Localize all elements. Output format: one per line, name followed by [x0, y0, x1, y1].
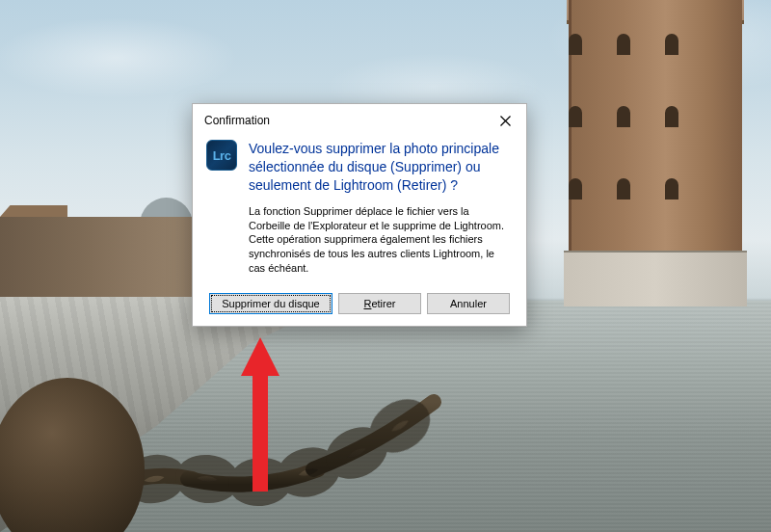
tower-base — [564, 251, 747, 306]
delete-from-disk-label: Supprimer du disque — [222, 298, 320, 309]
confirmation-dialog: Confirmation Lrc Voulez-vous supprimer l… — [192, 103, 527, 327]
cancel-button[interactable]: Annuler — [427, 293, 510, 314]
dialog-body: Lrc Voulez-vous supprimer la photo princ… — [193, 136, 526, 287]
dialog-content: Voulez-vous supprimer la photo principal… — [249, 140, 513, 276]
cancel-label: Annuler — [450, 298, 487, 309]
dialog-title: Confirmation — [204, 114, 270, 127]
close-button[interactable] — [492, 111, 518, 130]
left-buildings — [0, 217, 198, 308]
tower-windows — [559, 29, 694, 251]
dialog-titlebar: Confirmation — [193, 104, 526, 136]
dialog-button-row: Supprimer du disque Retirer Annuler — [193, 287, 526, 326]
remove-button[interactable]: Retirer — [338, 293, 421, 314]
lightroom-classic-icon: Lrc — [206, 140, 237, 171]
remove-label-rest: etirer — [371, 298, 395, 309]
close-icon — [500, 116, 511, 126]
dialog-heading: Voulez-vous supprimer la photo principal… — [249, 140, 513, 195]
delete-from-disk-button[interactable]: Supprimer du disque — [209, 293, 332, 314]
dialog-body-text: La fonction Supprimer déplace le fichier… — [249, 204, 513, 276]
app-icon-label: Lrc — [213, 148, 231, 163]
